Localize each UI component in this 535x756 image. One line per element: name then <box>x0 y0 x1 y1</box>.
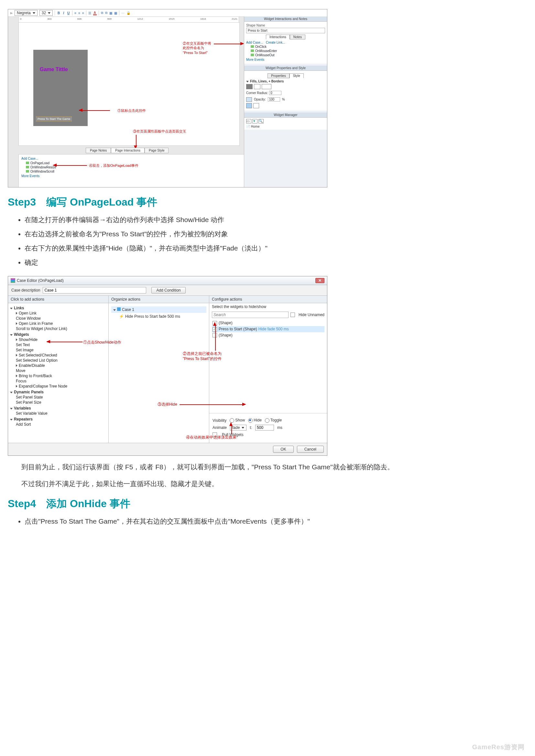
tab-page-notes[interactable]: Page Notes <box>86 148 111 153</box>
widget-row[interactable]: (Shape) <box>212 320 324 326</box>
ungroup-icon[interactable]: ▦ <box>114 11 117 15</box>
action-open-link[interactable]: Open Link <box>16 311 106 315</box>
tab-style[interactable]: Style <box>290 73 304 78</box>
action-set-panel-state[interactable]: Set Panel State <box>16 395 106 399</box>
organize-column: Organize actions Case 1 ⚡Hide Press to S… <box>109 296 209 443</box>
corner-radius-field[interactable]: 0 <box>269 91 281 95</box>
event-onwindowscroll[interactable]: OnWindowScroll <box>26 170 242 173</box>
case-desc-label: Case description <box>11 288 40 292</box>
more-events-link[interactable]: More Events <box>21 174 242 178</box>
tab-notes[interactable]: Notes <box>290 35 305 40</box>
action-set-image[interactable]: Set Image <box>16 348 106 352</box>
fill-swatch[interactable] <box>246 84 253 89</box>
action-set-selected[interactable]: Set Selected/Checked <box>16 353 106 358</box>
ok-button[interactable]: OK <box>273 446 294 453</box>
align-left-icon[interactable]: ≡ <box>74 11 76 15</box>
add-case-link2[interactable]: Add Case... <box>246 41 263 44</box>
tab-page-interactions[interactable]: Page Interactions <box>111 148 145 153</box>
font-selector[interactable]: Negreta <box>14 10 38 16</box>
action-node[interactable]: ⚡Hide Press to Start fade 500 ms <box>119 314 206 319</box>
font-color-icon[interactable]: A <box>93 11 97 15</box>
fills-group-label[interactable]: Fills, Lines, + Borders <box>250 79 284 83</box>
event-onmouseenter[interactable]: OnMouseEnter <box>251 49 325 53</box>
widget-search[interactable] <box>212 311 289 318</box>
panel-head-props: Widget Properties and Style <box>244 66 327 71</box>
font-size[interactable]: 32 <box>40 10 53 16</box>
annotation-3: ③在页面属性面板中点选页面交互 <box>133 129 186 134</box>
game-panel[interactable]: Game Tittle Press To Start The Game <box>33 50 88 126</box>
widget-row-selected[interactable]: Press to Start (Shape)Hide fade 500 ms <box>212 326 324 332</box>
group-widgets[interactable]: Widgets <box>14 332 29 337</box>
opacity-field[interactable]: 100 <box>268 97 280 101</box>
action-move[interactable]: Move <box>16 368 106 373</box>
wm-tool-icon[interactable]: ▭ <box>246 119 251 123</box>
tab-page-style[interactable]: Page Style <box>145 148 169 153</box>
case-desc-field[interactable] <box>43 287 146 293</box>
create-link[interactable]: Create Link... <box>266 41 285 44</box>
shape-name-field[interactable]: Press to Start <box>246 28 325 33</box>
s2-anno2: ②选择之前已被命名为 "Press To Start"的控件 <box>183 351 222 361</box>
action-focus[interactable]: Focus <box>16 379 106 383</box>
group-icon[interactable]: ▦ <box>109 11 112 15</box>
align-center-icon[interactable]: ≡ <box>78 11 80 15</box>
group-variables[interactable]: Variables <box>14 406 31 411</box>
action-add-sort[interactable]: Add Sort <box>16 422 106 427</box>
radio-toggle[interactable] <box>265 418 269 423</box>
border-style[interactable] <box>262 84 271 89</box>
close-button[interactable]: ✕ <box>315 278 324 283</box>
group-repeaters[interactable]: Repeaters <box>14 417 33 421</box>
lock-icon[interactable]: 🔒 <box>127 11 130 15</box>
tab-interactions[interactable]: Interactions <box>266 35 290 40</box>
line-swatch[interactable] <box>254 84 260 89</box>
event-onclick[interactable]: OnClick <box>251 45 325 48</box>
inner-shadow-icon[interactable] <box>253 103 259 108</box>
group-links[interactable]: Links <box>14 306 24 310</box>
outer-shadow-icon[interactable] <box>246 103 252 108</box>
add-case-link[interactable]: Add Case... <box>21 157 242 160</box>
action-set-panel-size[interactable]: Set Panel Size <box>16 400 106 405</box>
copy-icon[interactable]: ⧉ <box>101 11 103 15</box>
step3-title: Step3 编写 OnPageLoad 事件 <box>8 195 527 209</box>
action-expand-tree[interactable]: Expand/Collapse Tree Node <box>16 384 106 389</box>
action-scroll-widget[interactable]: Scroll to Widget (Anchor Link) <box>16 326 106 331</box>
italic-button[interactable]: I <box>62 11 65 15</box>
add-condition-button[interactable]: Add Condition <box>152 287 185 293</box>
action-set-variable[interactable]: Set Variable Value <box>16 411 106 416</box>
t-field[interactable] <box>255 425 274 431</box>
action-enable-disable[interactable]: Enable/Disable <box>16 363 106 368</box>
step3-bullets: 在随之打开的事件编辑器→右边的动作列表中选择 Show/Hide 动作 在右边选… <box>8 215 527 267</box>
wm-item-home[interactable]: 📄 Home <box>246 125 325 128</box>
action-bring-front[interactable]: Bring to Front/Back <box>16 374 106 378</box>
wm-tool-icon[interactable]: ▼ <box>252 119 258 123</box>
more-events-link2[interactable]: More Events <box>246 58 325 62</box>
animate-label: Animate <box>212 425 227 430</box>
underline-button[interactable]: U <box>67 11 70 15</box>
panel-head-wm: Widget Manager <box>244 113 327 118</box>
page-interactions-pane: Add Case... OnPageLoad OnWindowResize On… <box>18 154 245 187</box>
paste-icon[interactable]: ⧉ <box>105 11 107 15</box>
action-set-list-option[interactable]: Set Selected List Option <box>16 358 106 363</box>
tab-properties[interactable]: Properties <box>268 73 290 78</box>
shadow-icon[interactable] <box>246 97 252 102</box>
action-close-window[interactable]: Close Window <box>16 316 106 321</box>
annotation-4: ④双击，添加OnPageLoad事件 <box>89 163 138 168</box>
hide-unnamed-checkbox[interactable] <box>291 312 295 317</box>
more-tools-icon[interactable]: ⋯ <box>121 11 125 15</box>
ruler-top: 03036069091212151518182121 <box>18 16 239 22</box>
radio-hide[interactable] <box>248 418 253 423</box>
step3-b3: 在右下方的效果属性中选择"Hide（隐藏）"，并在动画类型中选择"Fade（淡出… <box>25 244 527 253</box>
event-onmouseout[interactable]: OnMouseOut <box>251 53 325 57</box>
bold-button[interactable]: B <box>57 11 61 15</box>
case-node[interactable]: Case 1 <box>111 307 206 313</box>
group-dynamic-panels[interactable]: Dynamic Panels <box>14 390 44 394</box>
widget-row[interactable]: (Shape) <box>212 332 324 338</box>
list-icon[interactable]: ☰ <box>88 11 91 15</box>
annotation-1: ①鼠标点击此控件 <box>112 108 146 113</box>
dialog-titlebar: Case Editor (OnPageLoad) ✕ <box>8 276 327 285</box>
cancel-button[interactable]: Cancel <box>297 446 324 453</box>
press-to-start-widget[interactable]: Press To Start The Game <box>36 116 72 122</box>
wm-search-icon[interactable]: 🔍 <box>259 119 264 123</box>
step3-b4: 确定 <box>25 258 527 267</box>
action-open-link-frame[interactable]: Open Link in Frame <box>16 321 106 326</box>
align-right-icon[interactable]: ≡ <box>82 11 84 15</box>
